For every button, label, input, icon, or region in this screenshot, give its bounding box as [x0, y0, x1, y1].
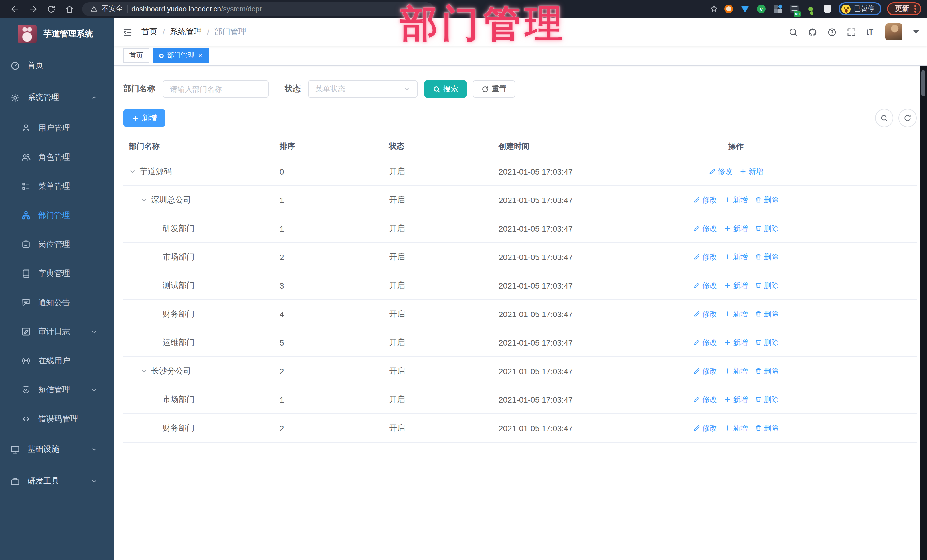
reset-button[interactable]: 重置	[473, 80, 515, 97]
extension-icon-orange[interactable]	[724, 4, 733, 14]
add-button[interactable]: 新增	[123, 109, 166, 127]
sidebar-item-notice[interactable]: 通知公告	[0, 288, 114, 317]
cell-time: 2021-01-05 17:03:47	[493, 338, 662, 347]
github-icon[interactable]	[808, 27, 818, 37]
chevron-down-icon[interactable]	[129, 168, 136, 175]
action-add-link[interactable]: 新增	[724, 337, 748, 348]
avatar-caret-icon[interactable]	[913, 30, 919, 33]
gear-icon	[10, 93, 20, 102]
close-icon[interactable]: ×	[198, 52, 202, 59]
page-scrollbar[interactable]	[919, 66, 927, 560]
toggle-search-button[interactable]	[875, 109, 894, 127]
tab-home[interactable]: 首页	[123, 49, 149, 63]
extension-icon-green-check[interactable]: v	[757, 5, 766, 13]
browser-update-button[interactable]: 更新	[887, 2, 921, 15]
action-modify-link[interactable]: 修改	[693, 309, 717, 319]
edit-icon	[693, 253, 701, 261]
action-add-link[interactable]: 新增	[724, 395, 748, 405]
scrollbar-thumb[interactable]	[921, 70, 925, 96]
refresh-table-button[interactable]	[898, 109, 917, 127]
sidebar-logo-row[interactable]: 芋道管理系统	[0, 18, 114, 50]
cell-dept-name: 财务部门	[123, 423, 274, 433]
action-add-link[interactable]: 新增	[724, 366, 748, 376]
sidebar-item-label: 错误码管理	[38, 414, 78, 424]
bookmark-star-icon[interactable]	[710, 5, 718, 13]
action-delete-link[interactable]: 删除	[755, 423, 779, 433]
action-modify-link[interactable]: 修改	[693, 223, 717, 234]
forward-icon[interactable]	[29, 4, 38, 14]
action-modify-link[interactable]: 修改	[693, 395, 717, 405]
extension-icon-list[interactable]: on	[790, 4, 799, 14]
breadcrumb-item[interactable]: 首页	[141, 27, 158, 37]
chevron-down-icon	[403, 85, 410, 93]
action-delete-link[interactable]: 删除	[755, 395, 779, 405]
profile-paused-badge[interactable]: 已暂停	[839, 2, 881, 15]
cell-dept-name: 财务部门	[123, 309, 274, 319]
action-delete-link[interactable]: 删除	[755, 337, 779, 348]
search-button[interactable]: 搜索	[424, 80, 467, 97]
sidebar-item-dept[interactable]: 部门管理	[0, 201, 114, 230]
back-icon[interactable]	[10, 4, 20, 14]
sidebar-item-sms[interactable]: 短信管理	[0, 375, 114, 404]
sidebar-item-online-user[interactable]: 在线用户	[0, 346, 114, 375]
action-add-link[interactable]: 新增	[724, 309, 748, 319]
action-delete-link[interactable]: 删除	[755, 252, 779, 262]
sidebar-item-label: 部门管理	[38, 210, 70, 220]
extension-icon-grid[interactable]	[773, 4, 782, 14]
dept-name-text: 财务部门	[163, 309, 195, 319]
action-add-link[interactable]: 新增	[739, 166, 763, 176]
dept-name-input[interactable]	[163, 80, 269, 97]
announce-icon	[21, 298, 31, 307]
action-modify-link[interactable]: 修改	[693, 337, 717, 348]
user-avatar[interactable]	[885, 23, 903, 41]
address-bar[interactable]: 不安全 dashboard.yudao.iocoder.cn/system/de…	[82, 2, 433, 16]
sidebar-item-audit-log[interactable]: 审计日志	[0, 317, 114, 346]
action-modify-link[interactable]: 修改	[693, 366, 717, 376]
extensions-puzzle-icon[interactable]	[823, 4, 832, 14]
action-modify-link[interactable]: 修改	[708, 166, 732, 176]
action-add-link[interactable]: 新增	[724, 195, 748, 205]
font-size-icon[interactable]: tT	[866, 28, 874, 36]
sidebar-item-menu[interactable]: 菜单管理	[0, 171, 114, 201]
chevron-down-icon[interactable]	[140, 367, 148, 375]
sidebar-item-role[interactable]: 角色管理	[0, 143, 114, 171]
help-icon[interactable]	[827, 27, 837, 37]
hamburger-icon[interactable]	[122, 27, 133, 37]
extension-icon-figure[interactable]	[806, 4, 815, 14]
search-icon[interactable]	[789, 27, 798, 37]
action-add-link[interactable]: 新增	[724, 423, 748, 433]
sidebar-item-post[interactable]: 岗位管理	[0, 230, 114, 259]
status-select[interactable]: 菜单状态	[308, 80, 418, 97]
sidebar-item-home[interactable]: 首页	[0, 50, 114, 82]
home-icon[interactable]	[65, 4, 74, 14]
action-delete-link[interactable]: 删除	[755, 280, 779, 291]
chevron-down-icon[interactable]	[140, 196, 148, 203]
action-label: 删除	[764, 309, 779, 319]
extension-icon-drop[interactable]	[740, 4, 749, 14]
action-delete-link[interactable]: 删除	[755, 195, 779, 205]
cell-sort: 2	[274, 366, 383, 375]
action-add-link[interactable]: 新增	[724, 280, 748, 291]
sidebar-item-dev-tools[interactable]: 研发工具	[0, 465, 114, 497]
dept-name-text: 测试部门	[163, 280, 195, 291]
browser-menu-icon[interactable]	[915, 5, 916, 12]
action-modify-link[interactable]: 修改	[693, 280, 717, 291]
action-modify-link[interactable]: 修改	[693, 195, 717, 205]
breadcrumb-item[interactable]: 系统管理	[170, 27, 202, 37]
fullscreen-icon[interactable]	[847, 27, 857, 37]
dept-name-text: 芋道源码	[140, 166, 172, 176]
sidebar-item-user[interactable]: 用户管理	[0, 114, 114, 143]
action-add-link[interactable]: 新增	[724, 223, 748, 234]
sidebar-item-system[interactable]: 系统管理	[0, 82, 114, 114]
action-add-link[interactable]: 新增	[724, 252, 748, 262]
reload-icon[interactable]	[47, 4, 56, 14]
action-modify-link[interactable]: 修改	[693, 252, 717, 262]
action-delete-link[interactable]: 删除	[755, 309, 779, 319]
sidebar-item-error-code[interactable]: 错误码管理	[0, 404, 114, 433]
sidebar-item-infra[interactable]: 基础设施	[0, 433, 114, 465]
sidebar-item-dict[interactable]: 字典管理	[0, 259, 114, 288]
tab-dept[interactable]: 部门管理×	[153, 49, 208, 63]
action-delete-link[interactable]: 删除	[755, 223, 779, 234]
action-delete-link[interactable]: 删除	[755, 366, 779, 376]
action-modify-link[interactable]: 修改	[693, 423, 717, 433]
